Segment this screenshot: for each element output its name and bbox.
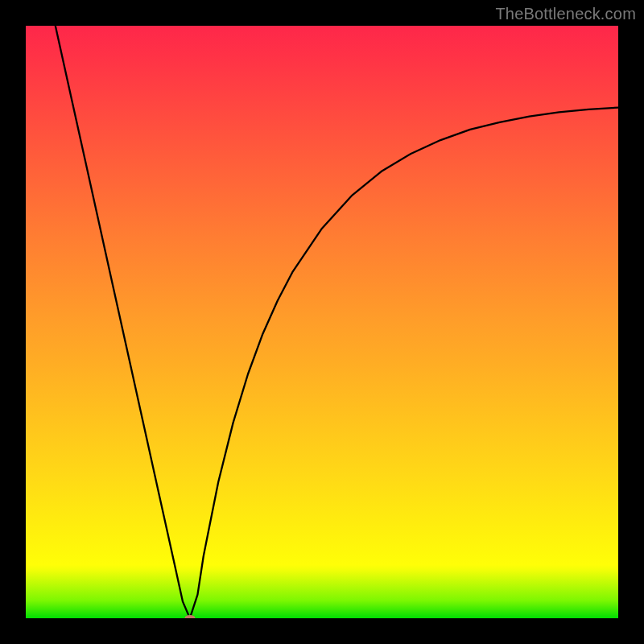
plot-area [26, 26, 618, 618]
watermark-text: TheBottleneck.com [495, 5, 636, 23]
chart-frame: TheBottleneck.com [0, 0, 644, 644]
minimum-marker [184, 615, 195, 618]
gradient-background [26, 26, 618, 618]
